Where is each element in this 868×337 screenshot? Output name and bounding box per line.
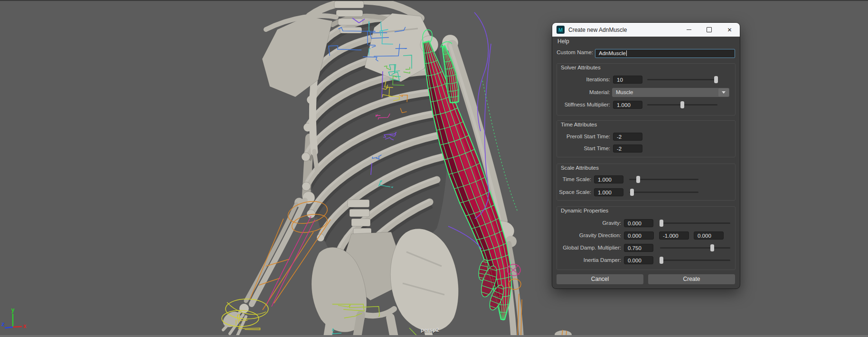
dialog-title: Create new AdnMuscle bbox=[568, 27, 627, 33]
inertia-damper-slider[interactable] bbox=[660, 256, 730, 264]
stiffness-field[interactable]: 1.000 bbox=[613, 101, 642, 109]
material-dropdown[interactable]: Muscle bbox=[612, 88, 729, 97]
slider-handle[interactable] bbox=[660, 220, 663, 227]
scale-attributes-group: Scale Attributes Time Scale: 1.000 Space… bbox=[557, 164, 736, 201]
iterations-field[interactable]: 10 bbox=[613, 76, 642, 84]
solver-attributes-title: Solver Attributes bbox=[561, 65, 601, 70]
start-time-field[interactable]: -2 bbox=[613, 144, 642, 153]
gravity-direction-label: Gravity Direction: bbox=[559, 231, 621, 240]
slider-handle[interactable] bbox=[630, 189, 634, 196]
gravity-slider[interactable] bbox=[660, 219, 730, 227]
create-adnmuscle-dialog: M Create new AdnMuscle ✕ Help Custom Nam… bbox=[552, 23, 740, 289]
slider-track bbox=[660, 222, 730, 224]
material-label: Material: bbox=[559, 88, 610, 97]
viewport-top-edge bbox=[0, 0, 868, 1]
slider-track bbox=[629, 192, 698, 193]
dynamic-properties-group: Dynamic Properties Gravity: 0.000 Gravit… bbox=[557, 206, 736, 270]
create-button[interactable]: Create bbox=[648, 274, 735, 284]
scale-attributes-title: Scale Attributes bbox=[561, 165, 599, 171]
time-attributes-title: Time Attributes bbox=[561, 122, 597, 127]
maya-app-icon: M bbox=[557, 26, 565, 34]
space-scale-label: Space Scale: bbox=[559, 188, 591, 196]
viewport-bottom-edge bbox=[0, 335, 868, 337]
text-caret bbox=[626, 50, 627, 56]
dialog-titlebar[interactable]: M Create new AdnMuscle ✕ bbox=[552, 23, 740, 37]
help-menu[interactable]: Help bbox=[552, 37, 740, 46]
gravity-direction-z-field[interactable]: 0.000 bbox=[694, 231, 724, 240]
time-attributes-group: Time Attributes Preroll Start Time: -2 S… bbox=[557, 120, 736, 157]
time-scale-field[interactable]: 1.000 bbox=[594, 175, 623, 183]
dropdown-arrow-button[interactable] bbox=[718, 88, 729, 96]
maximize-icon bbox=[707, 27, 712, 32]
space-scale-field[interactable]: 1.000 bbox=[594, 188, 623, 196]
viewport-camera-label: persp2 bbox=[421, 327, 439, 333]
maya-application: y x z persp2 M Create new AdnMuscle ✕ He… bbox=[0, 0, 868, 337]
close-button[interactable]: ✕ bbox=[719, 23, 740, 37]
global-damp-multiplier-field[interactable]: 0.750 bbox=[624, 244, 653, 252]
cancel-button[interactable]: Cancel bbox=[557, 274, 643, 284]
axis-x-label: x bbox=[23, 323, 26, 329]
gravity-label: Gravity: bbox=[559, 219, 621, 227]
dynamic-properties-title: Dynamic Properties bbox=[561, 208, 608, 213]
slider-track bbox=[660, 247, 730, 249]
minimize-button[interactable] bbox=[679, 23, 699, 37]
custom-name-label: Custom Name: bbox=[555, 49, 593, 55]
iterations-slider[interactable] bbox=[647, 76, 717, 84]
slider-handle[interactable] bbox=[636, 176, 640, 183]
start-time-label: Start Time: bbox=[559, 144, 610, 153]
preroll-start-time-label: Preroll Start Time: bbox=[559, 133, 610, 141]
custom-name-input[interactable]: AdnMuscle bbox=[595, 49, 735, 58]
gravity-direction-x-field[interactable]: 0.000 bbox=[624, 231, 654, 240]
slider-handle[interactable] bbox=[714, 76, 718, 83]
maximize-button[interactable] bbox=[699, 23, 719, 37]
gravity-field[interactable]: 0.000 bbox=[624, 219, 653, 227]
slider-handle[interactable] bbox=[710, 244, 714, 251]
chevron-down-icon bbox=[722, 91, 726, 94]
global-damp-slider[interactable] bbox=[660, 244, 730, 252]
space-scale-slider[interactable] bbox=[629, 188, 698, 196]
time-scale-label: Time Scale: bbox=[559, 175, 591, 183]
minimize-icon bbox=[687, 29, 691, 30]
time-scale-slider[interactable] bbox=[629, 175, 698, 183]
gravity-direction-y-field[interactable]: -1.000 bbox=[659, 231, 689, 240]
global-damp-multiplier-label: Global Damp. Multiplier: bbox=[559, 244, 621, 252]
stiffness-label: Stiffness Multiplier: bbox=[559, 101, 610, 109]
slider-track bbox=[660, 260, 730, 261]
iterations-label: Iterations: bbox=[559, 76, 610, 84]
solver-attributes-group: Solver Attributes Iterations: 10 Materia… bbox=[557, 63, 736, 116]
stiffness-slider[interactable] bbox=[647, 101, 717, 109]
slider-handle[interactable] bbox=[680, 101, 684, 108]
axis-z-label: z bbox=[1, 321, 4, 327]
axis-y-label: y bbox=[11, 307, 14, 313]
inertia-damper-field[interactable]: 0.000 bbox=[624, 256, 653, 264]
preroll-start-time-field[interactable]: -2 bbox=[613, 133, 642, 141]
inertia-damper-label: Inertia Damper: bbox=[559, 256, 621, 264]
slider-track bbox=[647, 79, 717, 80]
slider-handle[interactable] bbox=[660, 257, 663, 264]
